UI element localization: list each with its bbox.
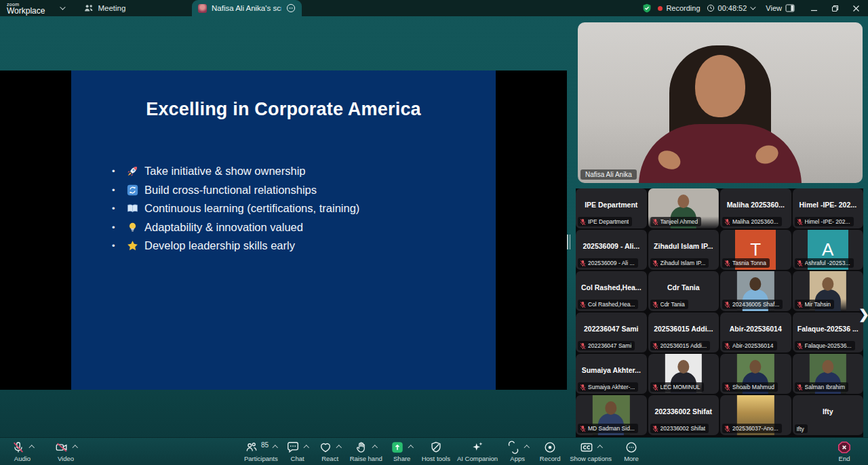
participant-tile[interactable]: Falaque-202536 ...Falaque-202536... [793, 312, 864, 352]
share-button[interactable]: Share [389, 440, 415, 462]
tab-options-ellipsis-icon[interactable] [286, 3, 296, 13]
participant-tile[interactable]: LEC MOMINUL [648, 354, 719, 394]
participant-tile[interactable]: Maliha 2025360...Maliha 2025360... [720, 188, 791, 228]
chevron-up-icon[interactable] [524, 445, 530, 451]
chevron-up-icon[interactable] [29, 445, 35, 451]
bullet-dot: • [112, 203, 127, 214]
participants-button[interactable]: 85Participants [244, 440, 278, 462]
chevron-up-icon[interactable] [372, 445, 378, 451]
participant-name-pill: 202336002 Shifat [650, 424, 709, 433]
participant-name-label: Cdr Tania [660, 301, 685, 308]
meeting-timer[interactable]: 00:48:52 [707, 4, 755, 12]
participant-tile[interactable]: Mir Tahsin [793, 271, 864, 311]
view-button[interactable]: View [766, 4, 795, 12]
participant-tile[interactable]: Cdr TaniaCdr Tania [648, 271, 719, 311]
participant-name-pill: Col Rashed,Hea... [578, 300, 638, 309]
toolbar-left-group: AudioVideo [9, 440, 79, 462]
chevron-up-icon[interactable] [597, 445, 603, 451]
participant-tile[interactable]: Tanjeel Ahmed [648, 188, 719, 228]
participant-display-name: Cdr Tania [651, 271, 717, 303]
shared-screen: Excelling in Corporate America •Take ini… [0, 70, 567, 390]
meeting-toolbar: AudioVideo 85ParticipantsChatReactRaise … [0, 437, 868, 465]
mic-muted-icon [580, 384, 586, 391]
slide-bullet: •Build cross-functional relationships [112, 181, 496, 200]
participant-name-label: 202436005 Shaf... [732, 301, 779, 308]
chat-button[interactable]: Chat [285, 440, 311, 462]
participant-name-pill: Salman Ibrahim [795, 382, 849, 392]
participant-tile[interactable]: 202536015 Addi...202536015 Addi... [648, 312, 719, 352]
participant-tile[interactable]: AAshraful -20253... [793, 230, 864, 270]
mic-muted-icon [580, 425, 586, 432]
gallery-next-page-chevron-icon[interactable]: ❯ [859, 306, 868, 322]
panel-resize-handle[interactable] [567, 235, 571, 249]
presentation-slide: Excelling in Corporate America •Take ini… [71, 70, 496, 390]
bullet-text: Build cross-functional relationships [144, 184, 317, 197]
apps-button[interactable]: Apps [505, 440, 530, 462]
raise-hand-button[interactable]: Raise hand [350, 440, 382, 462]
screen-share-stage: Excelling in Corporate America •Take ini… [0, 16, 567, 437]
participant-name-pill: Himel -IPE- 202... [795, 217, 854, 226]
toolbar-item-label: Record [540, 455, 561, 462]
participant-name-pill: Mir Tahsin [795, 300, 835, 309]
chevron-up-icon[interactable] [273, 445, 278, 451]
heart-icon [319, 441, 332, 454]
participant-name-label: Maliha 2025360... [732, 218, 778, 225]
minimize-button[interactable] [810, 5, 818, 12]
record-button[interactable]: Record [537, 440, 563, 462]
slide-title: Excelling in Corporate America [71, 70, 496, 120]
meeting-people-icon [84, 4, 94, 12]
maximize-button[interactable] [831, 5, 839, 12]
raise-hand-icon [355, 441, 368, 454]
chevron-up-icon[interactable] [336, 445, 342, 451]
chevron-down-icon[interactable] [60, 4, 66, 9]
participant-tile[interactable]: Col Rashed,Hea...Col Rashed,Hea... [576, 271, 647, 311]
participant-tile[interactable]: MD Sadman Sid... [576, 395, 647, 435]
participant-tile[interactable]: 202536037-Ano... [720, 395, 791, 435]
security-shield-icon[interactable] [642, 3, 652, 13]
participant-tile[interactable]: Sumaiya Akhter...Sumaiya Akhter-... [576, 354, 647, 394]
end-button[interactable]: End [831, 440, 857, 462]
speaker-video-tile[interactable]: Nafisa Ali Anika [578, 22, 863, 183]
chevron-up-icon[interactable] [304, 445, 309, 451]
zoom-app-window: zoom Workplace Meeting Nafisa Ali Anika'… [0, 0, 868, 465]
participant-tile[interactable]: 202336002 Shifat202336002 Shifat [648, 395, 719, 435]
chevron-up-icon[interactable] [73, 445, 78, 451]
video-panel: Nafisa Ali Anika IPE DepartmentIPE Depar… [573, 16, 868, 437]
participant-name-pill: 202436005 Shaf... [722, 300, 783, 309]
more-button[interactable]: More [618, 440, 644, 462]
participant-tile[interactable]: Zihadul Islam IP...Zihadul Islam IP... [648, 230, 719, 270]
participant-tile[interactable]: TTasnia Tonna [720, 230, 791, 270]
close-button[interactable] [852, 5, 860, 12]
participant-tile[interactable]: Salman Ibrahim [793, 354, 864, 394]
participant-name-pill: Sumaiya Akhter-... [578, 382, 638, 392]
tab-meeting[interactable]: Meeting [84, 4, 125, 12]
host-tools-button[interactable]: Host tools [422, 440, 450, 462]
participant-name-pill: Falaque-202536... [795, 341, 855, 350]
participant-display-name: Himel -IPE- 202... [795, 188, 861, 220]
participant-display-name: Ifty [795, 395, 861, 427]
participant-tile[interactable]: IftyIfty [793, 395, 864, 435]
slide-bullet: •Develop leadership skills early [112, 237, 496, 256]
participant-name-label: Shoaib Mahmud [732, 384, 774, 390]
tab-shared-screen[interactable]: Nafisa Ali Anika's screen [192, 0, 302, 16]
show-captions-button[interactable]: Show captions [570, 440, 612, 462]
toolbar-item-label: Host tools [422, 455, 450, 462]
participant-display-name: 202536009 - Ali... [578, 230, 644, 262]
participant-tile[interactable]: 202536009 - Ali...202536009 - Ali ... [576, 230, 647, 270]
chevron-up-icon[interactable] [408, 445, 414, 451]
mic-muted-icon [652, 218, 658, 226]
participant-tile[interactable]: Abir-202536014Abir-202536014 [720, 312, 791, 352]
ai-companion-button[interactable]: AI Companion [457, 440, 498, 462]
clock-icon [707, 4, 715, 12]
recording-label: Recording [666, 4, 700, 12]
chevron-down-icon[interactable] [751, 4, 756, 9]
audio-button[interactable]: Audio [9, 440, 35, 462]
participant-tile[interactable]: Shoaib Mahmud [720, 354, 791, 394]
video-button[interactable]: Video [53, 440, 79, 462]
participant-tile[interactable]: 202236047 Sami202236047 Sami [576, 312, 647, 352]
react-button[interactable]: React [317, 440, 343, 462]
participant-tile[interactable]: 202436005 Shaf... [720, 271, 791, 311]
participant-name-label: 202236047 Sami [588, 342, 631, 349]
participant-tile[interactable]: Himel -IPE- 202...Himel -IPE- 202... [793, 188, 864, 228]
participant-tile[interactable]: IPE DepartmentIPE Department [576, 188, 647, 228]
